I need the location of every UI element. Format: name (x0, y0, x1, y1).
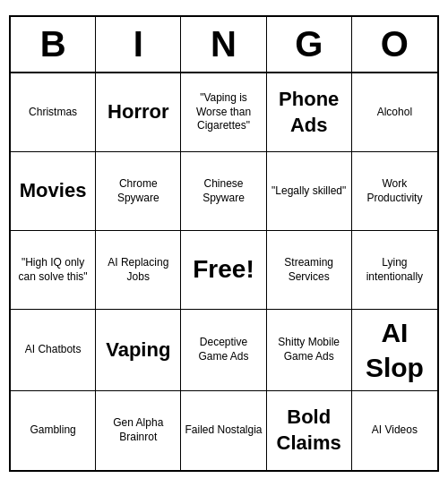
bingo-grid: ChristmasHorror"Vaping is Worse than Cig… (11, 73, 437, 470)
bingo-cell: "Legally skilled" (267, 152, 352, 231)
bingo-cell: Chrome Spyware (96, 152, 181, 231)
bingo-letter: B (11, 17, 96, 72)
bingo-cell: "High IQ only can solve this" (11, 231, 96, 310)
bingo-cell: Bold Claims (267, 391, 352, 470)
bingo-cell: Phone Ads (267, 73, 352, 152)
bingo-cell: Deceptive Game Ads (181, 310, 266, 391)
bingo-cell: Shitty Mobile Game Ads (267, 310, 352, 391)
bingo-cell: Alcohol (352, 73, 437, 152)
bingo-cell: Failed Nostalgia (181, 391, 266, 470)
bingo-cell: Chinese Spyware (181, 152, 266, 231)
bingo-cell: AI Slop (352, 310, 437, 391)
bingo-card: BINGO ChristmasHorror"Vaping is Worse th… (9, 15, 439, 472)
bingo-letter: G (267, 17, 352, 72)
bingo-cell: AI Replacing Jobs (96, 231, 181, 310)
bingo-cell: Christmas (11, 73, 96, 152)
bingo-cell: Lying intentionally (352, 231, 437, 310)
bingo-cell: "Vaping is Worse than Cigarettes" (181, 73, 266, 152)
bingo-cell: Horror (96, 73, 181, 152)
bingo-cell: Gambling (11, 391, 96, 470)
bingo-cell: Vaping (96, 310, 181, 391)
bingo-cell: Free! (181, 231, 266, 310)
bingo-cell: AI Videos (352, 391, 437, 470)
bingo-header: BINGO (11, 17, 437, 73)
bingo-letter: I (96, 17, 181, 72)
bingo-cell: Streaming Services (267, 231, 352, 310)
bingo-cell: Gen Alpha Brainrot (96, 391, 181, 470)
bingo-cell: Movies (11, 152, 96, 231)
bingo-letter: N (181, 17, 266, 72)
bingo-letter: O (352, 17, 437, 72)
bingo-cell: AI Chatbots (11, 310, 96, 391)
bingo-cell: Work Productivity (352, 152, 437, 231)
